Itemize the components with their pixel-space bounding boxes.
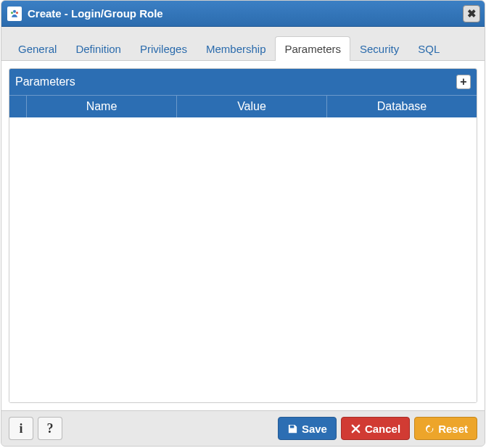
add-row-button[interactable]: + xyxy=(456,75,471,89)
reset-button-label: Reset xyxy=(438,423,468,435)
help-icon: ? xyxy=(47,421,54,436)
tab-membership[interactable]: Membership xyxy=(197,36,276,61)
help-button[interactable]: ? xyxy=(38,417,62,440)
info-icon: i xyxy=(19,421,22,436)
svg-point-0 xyxy=(13,9,16,12)
tab-sql[interactable]: SQL xyxy=(408,36,449,61)
cancel-button-label: Cancel xyxy=(365,423,400,435)
tab-security[interactable]: Security xyxy=(350,36,408,61)
column-headers: Name Value Database xyxy=(9,96,477,117)
cancel-icon xyxy=(350,423,361,434)
svg-point-2 xyxy=(16,12,18,14)
titlebar: Create - Login/Group Role ✖ xyxy=(1,1,485,27)
plus-icon: + xyxy=(460,76,466,88)
panel-header: Parameters + xyxy=(9,69,477,96)
save-icon xyxy=(287,423,298,434)
tab-definition[interactable]: Definition xyxy=(66,36,131,61)
tabbar: General Definition Privileges Membership… xyxy=(1,27,485,61)
svg-point-1 xyxy=(11,12,13,14)
tab-general[interactable]: General xyxy=(9,36,66,61)
panel-title: Parameters xyxy=(15,75,456,88)
content-area: Parameters + Name Value Database xyxy=(1,61,485,410)
reset-icon xyxy=(424,423,434,434)
parameters-panel: Parameters + Name Value Database xyxy=(9,68,477,403)
close-icon: ✖ xyxy=(467,7,477,20)
tab-parameters[interactable]: Parameters xyxy=(275,36,350,61)
dialog-title: Create - Login/Group Role xyxy=(28,7,163,20)
info-button[interactable]: i xyxy=(9,417,33,440)
tab-privileges[interactable]: Privileges xyxy=(131,36,197,61)
table-body xyxy=(9,117,477,402)
save-button[interactable]: Save xyxy=(278,417,337,440)
col-database[interactable]: Database xyxy=(327,96,477,117)
app-icon xyxy=(7,7,22,21)
dialog: Create - Login/Group Role ✖ General Defi… xyxy=(1,0,485,447)
drag-column-header xyxy=(9,96,27,117)
col-name[interactable]: Name xyxy=(27,96,177,117)
cancel-button[interactable]: Cancel xyxy=(341,417,410,440)
footer: i ? Save Cancel Reset xyxy=(1,410,485,446)
col-value[interactable]: Value xyxy=(177,96,327,117)
save-button-label: Save xyxy=(302,423,327,435)
reset-button[interactable]: Reset xyxy=(414,417,477,440)
close-button[interactable]: ✖ xyxy=(463,5,480,22)
